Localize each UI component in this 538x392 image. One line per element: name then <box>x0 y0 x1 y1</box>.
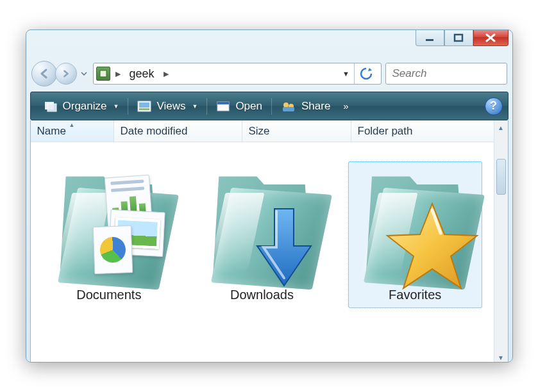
refresh-button[interactable] <box>354 63 378 84</box>
breadcrumb-separator-icon: ▶ <box>113 70 123 78</box>
column-folder-path[interactable]: Folder path <box>351 120 494 142</box>
column-path-label: Folder path <box>358 125 413 138</box>
minimize-icon <box>425 34 435 42</box>
search-input[interactable] <box>392 67 500 80</box>
back-button[interactable] <box>31 61 57 86</box>
scroll-down-icon[interactable]: ▼ <box>494 350 508 363</box>
forward-button[interactable] <box>55 63 77 85</box>
refresh-icon <box>359 67 373 81</box>
organize-button[interactable]: Organize ▼ <box>36 92 127 120</box>
chevron-down-icon: ▼ <box>192 103 198 110</box>
share-label: Share <box>301 100 330 113</box>
views-label: Views <box>156 100 185 113</box>
minimize-button[interactable] <box>416 30 444 46</box>
share-button[interactable]: Share <box>273 92 338 120</box>
svg-rect-7 <box>139 108 149 110</box>
file-list: Documents <box>31 142 494 327</box>
window-controls <box>416 30 509 46</box>
organize-label: Organize <box>63 100 107 113</box>
nav-arrows <box>31 61 89 86</box>
help-icon: ? <box>490 99 497 113</box>
scroll-up-icon[interactable]: ▲ <box>494 120 508 135</box>
address-bar[interactable]: ▶ geek ▶ ▼ <box>93 63 382 85</box>
folder-icon <box>211 167 314 282</box>
explorer-window: ▶ geek ▶ ▼ Organize ▼ <box>26 29 513 363</box>
views-button[interactable]: Views ▼ <box>130 92 205 120</box>
column-date-modified[interactable]: Date modified <box>114 120 242 142</box>
svg-point-10 <box>283 102 289 108</box>
command-bar: Organize ▼ Views ▼ Open Share » <box>30 92 509 120</box>
maximize-icon <box>453 33 464 42</box>
open-button[interactable]: Open <box>208 92 270 120</box>
column-name[interactable]: ▲ Name <box>31 120 114 142</box>
breadcrumb-separator-icon[interactable]: ▶ <box>161 70 171 78</box>
svg-rect-4 <box>47 104 56 111</box>
content-area: ▲ Name Date modified Size Folder path <box>30 120 509 363</box>
star-icon <box>384 199 480 297</box>
column-headers: ▲ Name Date modified Size Folder path <box>31 120 494 142</box>
chevron-down-icon <box>81 72 87 76</box>
open-label: Open <box>235 100 262 113</box>
folder-item-downloads[interactable]: Downloads <box>195 161 329 308</box>
svg-rect-6 <box>139 102 149 108</box>
folder-item-documents[interactable]: Documents <box>42 161 176 308</box>
svg-rect-9 <box>217 102 229 104</box>
sort-asc-icon: ▲ <box>69 122 75 128</box>
location-icon <box>96 67 110 81</box>
column-size-label: Size <box>249 125 270 138</box>
organize-icon <box>44 100 58 113</box>
column-name-label: Name <box>37 125 66 138</box>
documents-overlay-icon <box>100 174 164 270</box>
close-button[interactable] <box>473 30 509 46</box>
toolbar-overflow[interactable]: » <box>338 101 353 111</box>
breadcrumb-current[interactable]: geek <box>126 67 158 81</box>
scroll-track[interactable] <box>494 135 508 350</box>
open-icon <box>216 101 230 112</box>
forward-arrow-icon <box>62 69 71 78</box>
svg-rect-0 <box>426 39 433 41</box>
search-box[interactable] <box>385 63 507 85</box>
views-icon <box>137 101 151 112</box>
help-button[interactable]: ? <box>485 97 503 115</box>
address-dropdown[interactable]: ▼ <box>341 70 351 78</box>
column-date-label: Date modified <box>121 125 188 138</box>
folder-icon <box>364 167 466 282</box>
chevron-down-icon: ▼ <box>113 103 119 110</box>
column-size[interactable]: Size <box>242 120 351 142</box>
back-arrow-icon <box>38 68 50 79</box>
folder-item-favorites[interactable]: Favorites <box>348 161 482 308</box>
folder-icon <box>58 167 160 282</box>
share-icon <box>281 101 296 112</box>
maximize-button[interactable] <box>444 30 473 46</box>
svg-rect-1 <box>455 35 462 41</box>
scroll-thumb[interactable] <box>496 159 506 195</box>
download-arrow-icon <box>246 202 323 294</box>
svg-rect-12 <box>283 107 294 111</box>
close-icon <box>485 33 496 42</box>
vertical-scrollbar[interactable]: ▲ ▼ <box>494 120 508 363</box>
folder-label: Documents <box>76 288 141 302</box>
nav-row: ▶ geek ▶ ▼ <box>30 61 509 86</box>
svg-rect-2 <box>100 70 106 77</box>
nav-history-dropdown[interactable] <box>79 65 89 83</box>
